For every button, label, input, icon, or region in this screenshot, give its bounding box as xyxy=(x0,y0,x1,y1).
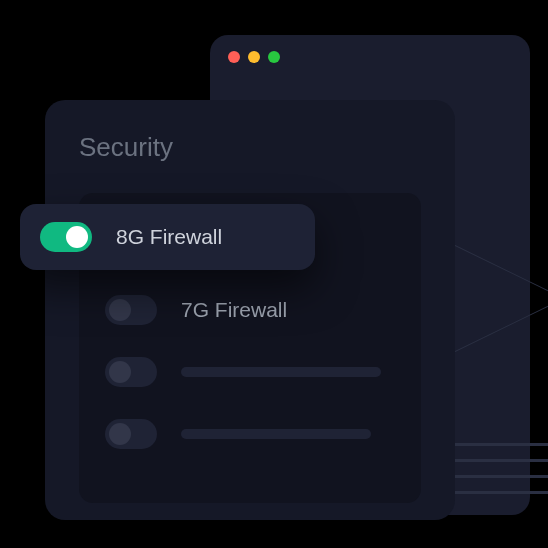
maximize-icon[interactable] xyxy=(268,51,280,63)
toggle-knob xyxy=(109,361,131,383)
toggle-knob xyxy=(66,226,88,248)
toggle-placeholder[interactable] xyxy=(105,357,157,387)
option-label: 8G Firewall xyxy=(116,225,222,249)
panel-title: Security xyxy=(79,132,421,163)
toggle-placeholder[interactable] xyxy=(105,419,157,449)
placeholder-text xyxy=(181,367,381,377)
toggle-7g-firewall[interactable] xyxy=(105,295,157,325)
option-label: 7G Firewall xyxy=(181,298,287,322)
security-panel: Security 7G Firewall xyxy=(45,100,455,520)
option-row-placeholder[interactable] xyxy=(101,341,399,403)
decorative-list-lines xyxy=(440,443,548,494)
traffic-lights xyxy=(228,51,280,63)
placeholder-text xyxy=(181,429,371,439)
option-row-placeholder[interactable] xyxy=(101,403,399,465)
toggle-knob xyxy=(109,299,131,321)
minimize-icon[interactable] xyxy=(248,51,260,63)
option-row-7g[interactable]: 7G Firewall xyxy=(101,279,399,341)
toggle-8g-firewall[interactable] xyxy=(40,222,92,252)
close-icon[interactable] xyxy=(228,51,240,63)
toggle-knob xyxy=(109,423,131,445)
option-row-8g-active[interactable]: 8G Firewall xyxy=(20,204,315,270)
